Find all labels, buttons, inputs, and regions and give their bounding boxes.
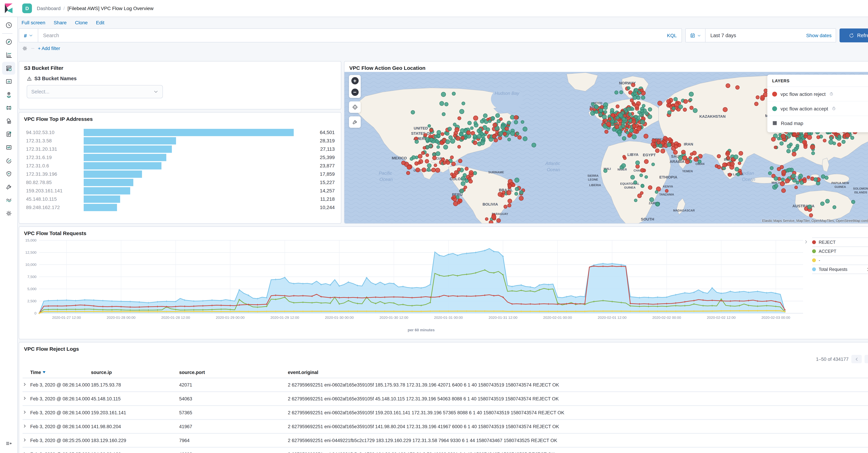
map-label: KAZAKHSTAN (699, 114, 725, 119)
next-page-button[interactable] (865, 355, 868, 363)
sidebar-item-canvas[interactable] (2, 75, 15, 88)
sidebar-collapse-button[interactable] (2, 437, 15, 450)
ip-label[interactable]: 172.31.39.196 (26, 171, 79, 177)
show-dates-button[interactable]: Show dates (806, 33, 836, 38)
previous-page-button[interactable] (851, 355, 862, 363)
sidebar-item-metrics[interactable] (2, 115, 15, 127)
ip-label[interactable]: 94.102.53.10 (26, 129, 79, 135)
layer-row[interactable]: Road map (767, 116, 868, 130)
bar[interactable] (84, 187, 130, 194)
legend-item[interactable]: -110 (812, 255, 868, 265)
bar-value: 28,319 (299, 138, 335, 144)
expand-row-button[interactable] (23, 438, 30, 443)
ip-label[interactable]: 80.82.78.85 (26, 180, 79, 185)
legend-expand-chevron[interactable] (804, 239, 808, 245)
date-quick-select-button[interactable] (686, 29, 706, 42)
ip-label[interactable]: 172.31.3.58 (26, 138, 79, 144)
sidebar-item-visualize[interactable] (2, 49, 15, 61)
kibana-dashboard-app: D Dashboard / [Filebeat AWS] VPC Flow Lo… (0, 0, 868, 453)
machine-learning-icon (5, 104, 12, 112)
expand-row-button[interactable] (23, 410, 30, 415)
sidebar-item-maps[interactable] (2, 88, 15, 101)
expand-row-button[interactable] (23, 424, 30, 429)
kql-toggle[interactable]: KQL (667, 33, 682, 38)
panel-title: VPC Flow Top IP Addresses (19, 113, 341, 123)
legend-label: - (819, 258, 820, 263)
refresh-button[interactable]: Refresh (840, 28, 868, 42)
sidebar-item-siem[interactable] (2, 168, 15, 180)
x-axis-tick: 2020-01-31 00:00 (434, 315, 463, 320)
space-avatar[interactable]: D (22, 3, 32, 13)
sidebar-item-uptime[interactable] (2, 154, 15, 167)
ip-label[interactable]: 159.203.161.141 (26, 188, 79, 193)
breadcrumb-app[interactable]: Dashboard (37, 5, 61, 11)
column-header-event-original[interactable]: event.original (288, 370, 868, 375)
bar-value: 10,244 (299, 205, 335, 210)
layer-row[interactable]: vpc flow action reject (767, 87, 868, 101)
legend-item[interactable]: ACCEPT253 (812, 246, 868, 255)
ip-label[interactable]: 172.31.0.6 (26, 163, 79, 169)
map-label: ARABIA (670, 159, 684, 164)
x-axis-tick: 2020-01-29 12:00 (270, 315, 299, 320)
column-header-source-ip[interactable]: source.ip (91, 370, 179, 375)
table-pagination: 1–50 of 434177 (816, 355, 868, 363)
bar[interactable] (84, 195, 120, 203)
expand-row-button[interactable] (23, 382, 30, 387)
bar[interactable] (84, 154, 166, 161)
ip-label[interactable]: 45.148.10.115 (26, 196, 79, 202)
bar[interactable] (84, 137, 176, 144)
bar[interactable] (84, 129, 294, 136)
filter-set-button[interactable]: # (19, 29, 38, 42)
map-zoom-out-button[interactable]: − (349, 87, 361, 98)
cell-event-original: 2 627959692251 eni-0602af165e359105f 185… (288, 382, 868, 387)
sidebar-item-recently-viewed[interactable] (2, 19, 15, 32)
ip-label[interactable]: 172.31.6.19 (26, 154, 79, 160)
sidebar-item-management[interactable] (2, 207, 15, 220)
expand-row-button[interactable] (23, 396, 30, 401)
menu-edit[interactable]: Edit (96, 20, 104, 25)
menu-share[interactable]: Share (54, 20, 67, 25)
sidebar-item-machine-learning[interactable] (2, 101, 15, 114)
sidebar-item-logs[interactable] (2, 128, 15, 141)
menu-clone[interactable]: Clone (75, 20, 88, 25)
kibana-logo[interactable] (0, 3, 18, 13)
stack-monitoring-icon (5, 197, 12, 204)
sidebar-item-apm[interactable] (2, 141, 15, 154)
uptime-icon (5, 157, 12, 164)
map-set-view-button[interactable] (349, 101, 361, 113)
sidebar-item-dashboard[interactable] (2, 62, 15, 75)
s3-bucket-select[interactable]: Select... (27, 85, 163, 98)
bar-track (84, 187, 294, 194)
ip-label[interactable]: 172.31.20.131 (26, 146, 79, 152)
world-map[interactable]: Hudson BayPacificOceanAtlanticOceanIndia… (344, 72, 868, 223)
time-range-value[interactable]: Last 7 days (706, 33, 736, 38)
map-zoom-in-button[interactable]: + (349, 75, 361, 87)
legend-item[interactable]: Total Requests1,226 (812, 265, 868, 274)
bar[interactable] (84, 204, 117, 211)
legend-item[interactable]: REJECT863 (812, 238, 868, 246)
bar[interactable] (84, 145, 172, 153)
map-tools-button[interactable] (349, 116, 361, 128)
collapse-layers-icon[interactable] (867, 78, 868, 84)
x-axis-tick: 2020-01-28 12:00 (161, 315, 190, 320)
bar[interactable] (84, 162, 161, 169)
cell-event-original: 2 627959692251 eni-0602af165e359105f 45.… (288, 396, 868, 401)
layer-row[interactable]: vpc flow action accept (767, 101, 868, 116)
column-header-source-port[interactable]: source.port (179, 370, 288, 375)
bar[interactable] (84, 170, 142, 178)
bar[interactable] (84, 179, 133, 186)
select-placeholder: Select... (31, 89, 50, 94)
sidebar-item-discover[interactable] (2, 35, 15, 48)
search-input[interactable]: Search (38, 33, 59, 38)
column-header-time[interactable]: Time (30, 370, 91, 375)
sidebar-item-stack-monitoring[interactable] (2, 194, 15, 207)
expand-row-button[interactable] (23, 452, 30, 453)
total-requests-chart: 02,5005,0007,50010,00012,50015,0002020-0… (22, 238, 810, 337)
x-axis-tick: 2020-02-02 00:00 (652, 315, 681, 320)
add-filter-button[interactable]: + Add filter (38, 46, 60, 51)
menu-full-screen[interactable]: Full screen (22, 20, 45, 25)
sidebar-item-dev-tools[interactable] (2, 181, 15, 193)
gear-icon[interactable] (22, 46, 28, 51)
cell-event-original: 2 627959692251 eni-0602af165e359105f 141… (288, 424, 868, 429)
ip-label[interactable]: 89.248.162.172 (26, 205, 79, 210)
